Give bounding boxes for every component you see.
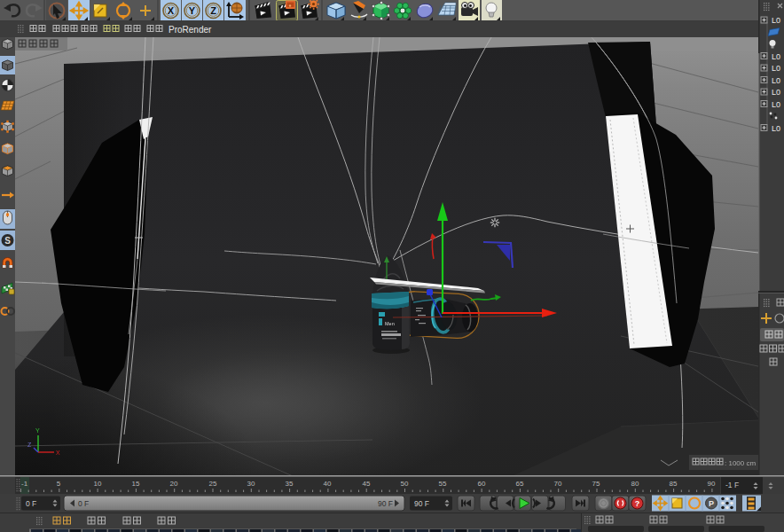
svg-text:L0: L0 xyxy=(772,52,780,61)
svg-text:L0: L0 xyxy=(772,76,780,85)
svg-text:-1 F: -1 F xyxy=(725,481,739,489)
svg-text:25: 25 xyxy=(209,480,217,488)
svg-text:Z: Z xyxy=(27,442,32,448)
svg-text:85: 85 xyxy=(670,480,678,488)
svg-text:S: S xyxy=(4,236,11,246)
svg-text:Y: Y xyxy=(189,5,196,16)
svg-text:L0: L0 xyxy=(772,124,780,133)
svg-text:50: 50 xyxy=(401,480,409,488)
svg-text:20: 20 xyxy=(170,480,178,488)
svg-text:Y: Y xyxy=(35,427,40,434)
svg-text:10: 10 xyxy=(94,480,102,488)
svg-text:35: 35 xyxy=(286,480,294,488)
svg-text:5: 5 xyxy=(57,480,61,488)
svg-text:90: 90 xyxy=(708,480,716,488)
svg-text:55: 55 xyxy=(439,480,447,488)
svg-text:40: 40 xyxy=(324,480,332,488)
svg-text:0 F: 0 F xyxy=(26,499,36,508)
svg-text:0 F: 0 F xyxy=(78,499,89,508)
svg-text:L0: L0 xyxy=(772,88,780,97)
svg-text:Z: Z xyxy=(210,5,216,16)
svg-text:-1: -1 xyxy=(21,480,28,488)
svg-text:X: X xyxy=(56,450,60,456)
svg-text:30: 30 xyxy=(247,480,255,488)
svg-text:L0: L0 xyxy=(772,100,780,109)
svg-text:L0: L0 xyxy=(772,16,780,25)
svg-text:70: 70 xyxy=(554,480,562,488)
svg-text:45: 45 xyxy=(363,480,371,488)
svg-text:60: 60 xyxy=(478,480,486,488)
svg-text:90 F: 90 F xyxy=(378,499,393,508)
svg-text:90 F: 90 F xyxy=(414,499,429,508)
svg-text:80: 80 xyxy=(631,480,639,488)
svg-text:L0: L0 xyxy=(772,64,780,73)
svg-text:Men: Men xyxy=(385,321,395,326)
svg-text:: 1000 cm: : 1000 cm xyxy=(725,459,756,467)
svg-text:65: 65 xyxy=(516,480,524,488)
svg-text:P: P xyxy=(709,499,714,508)
svg-text:?: ? xyxy=(635,499,640,508)
svg-text:X: X xyxy=(168,5,175,16)
svg-text:15: 15 xyxy=(132,480,140,488)
svg-text:ProRender: ProRender xyxy=(169,25,212,35)
svg-text:75: 75 xyxy=(592,480,600,488)
